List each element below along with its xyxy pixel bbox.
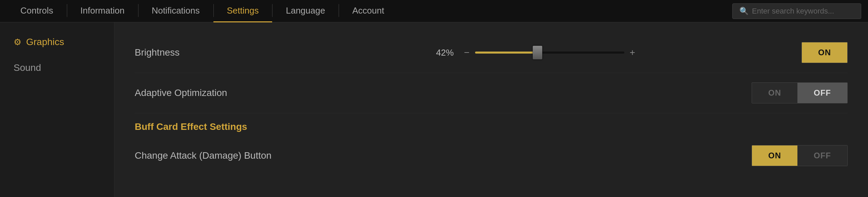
brightness-plus-button[interactable]: + (630, 47, 635, 58)
tab-settings[interactable]: Settings (213, 0, 272, 22)
change-attack-off-button[interactable]: OFF (797, 145, 847, 166)
change-attack-toggle-group: ON OFF (752, 145, 848, 166)
buff-card-section-header: Buff Card Effect Settings (135, 113, 848, 136)
adaptive-optimization-row: Adaptive Optimization ON OFF (135, 73, 848, 113)
adaptive-optimization-label: Adaptive Optimization (135, 87, 270, 98)
brightness-slider-thumb[interactable] (533, 46, 542, 59)
brightness-on-button[interactable]: ON (802, 42, 847, 63)
main-layout: ⚙ Graphics Sound Brightness 42% − + ON (0, 22, 868, 197)
sidebar-item-graphics[interactable]: ⚙ Graphics (0, 29, 114, 55)
brightness-row: Brightness 42% − + ON (135, 33, 848, 73)
search-icon: 🔍 (739, 7, 749, 16)
brightness-toggle-group: ON (801, 42, 848, 63)
tab-notifications[interactable]: Notifications (138, 0, 213, 22)
buff-card-section-title: Buff Card Effect Settings (135, 121, 247, 132)
change-attack-row: Change Attack (Damage) Button ON OFF (135, 136, 848, 176)
top-nav: Controls Information Notifications Setti… (0, 0, 868, 22)
sidebar: ⚙ Graphics Sound (0, 22, 114, 197)
tab-language[interactable]: Language (272, 0, 339, 22)
tab-controls[interactable]: Controls (7, 0, 67, 22)
brightness-label: Brightness (135, 47, 270, 58)
tab-information[interactable]: Information (67, 0, 138, 22)
brightness-slider-container: − + (464, 47, 635, 58)
change-attack-label: Change Attack (Damage) Button (135, 150, 271, 161)
brightness-slider-track[interactable] (475, 52, 624, 54)
adaptive-on-button[interactable]: ON (752, 83, 797, 103)
brightness-minus-button[interactable]: − (464, 47, 469, 58)
adaptive-toggle-group: ON OFF (752, 82, 848, 103)
brightness-slider-fill (475, 52, 538, 54)
change-attack-on-button[interactable]: ON (752, 145, 797, 166)
content-area: Brightness 42% − + ON Adaptive Optimizat… (114, 22, 868, 197)
search-input[interactable] (752, 7, 854, 16)
gear-icon: ⚙ (14, 37, 21, 47)
brightness-value: 42% (427, 47, 454, 58)
adaptive-off-button[interactable]: OFF (797, 83, 847, 103)
search-box: 🔍 (732, 3, 861, 19)
sidebar-item-sound[interactable]: Sound (0, 55, 114, 81)
tab-account[interactable]: Account (339, 0, 398, 22)
